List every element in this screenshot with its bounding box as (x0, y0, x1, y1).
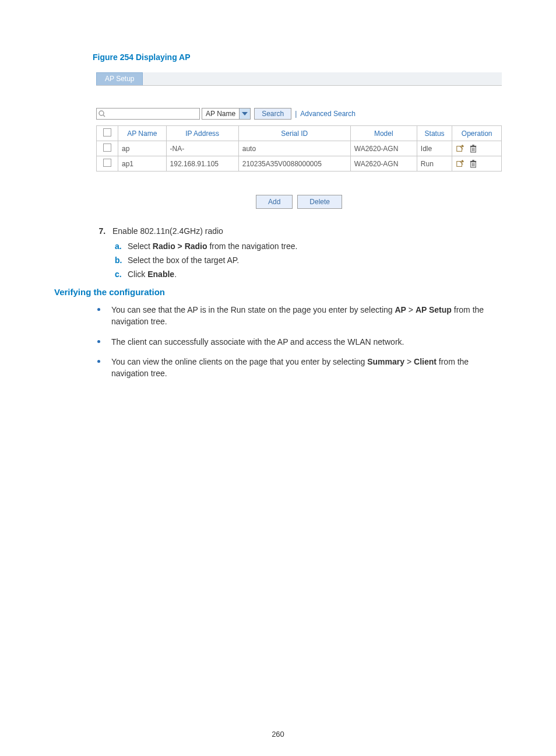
search-icon (98, 110, 106, 118)
edit-icon[interactable] (456, 145, 464, 153)
svg-rect-18 (472, 160, 474, 161)
svg-marker-2 (242, 112, 248, 116)
substep-a-pre: Select (128, 242, 153, 251)
svg-rect-11 (457, 162, 462, 167)
cell-model: WA2620-AGN (350, 156, 417, 172)
tab-ap-setup[interactable]: AP Setup (96, 72, 143, 85)
substep-b: b. Select the box of the target AP. (115, 256, 502, 265)
cell-ap-name: ap1 (118, 156, 167, 172)
bullet-3-b2: Client (414, 357, 437, 366)
col-ip[interactable]: IP Address (166, 126, 238, 141)
cell-serial: auto (238, 141, 350, 156)
bullet-3-b1: Summary (367, 357, 404, 366)
search-field-dropdown[interactable]: AP Name (202, 108, 251, 120)
cell-model: WA2620-AGN (350, 141, 417, 156)
verify-bullets: You can see that the AP is in the Run st… (54, 304, 502, 379)
cell-ip: -NA- (166, 141, 238, 156)
bullet-1-pre: You can see that the AP is in the Run st… (111, 305, 395, 314)
bullet-3-pre: You can view the online clients on the p… (111, 357, 367, 366)
substep-a: a. Select Radio > Radio from the navigat… (115, 242, 502, 251)
section-heading-verify: Verifying the configuration (54, 287, 502, 297)
page-number: 260 (0, 730, 556, 738)
separator: | (295, 110, 297, 118)
table-row: ap1 192.168.91.105 210235A35V0088000005 … (97, 156, 502, 172)
bullet-1-b2: AP Setup (416, 305, 452, 314)
substep-b-text: Select the box of the target AP. (128, 256, 239, 265)
bullet-1: You can see that the AP is in the Run st… (97, 304, 502, 328)
svg-point-0 (99, 111, 104, 116)
svg-rect-3 (457, 146, 462, 152)
add-button[interactable]: Add (256, 195, 293, 209)
step-7-title: Enable 802.11n(2.4GHz) radio (112, 226, 223, 236)
search-input[interactable] (96, 108, 200, 120)
cell-ap-name: ap (118, 141, 167, 156)
figure-caption: Figure 254 Displaying AP (93, 52, 502, 62)
row-checkbox[interactable] (103, 144, 111, 152)
col-operation[interactable]: Operation (452, 126, 502, 141)
chevron-down-icon (239, 108, 250, 119)
step-7-substeps: a. Select Radio > Radio from the navigat… (112, 242, 502, 279)
step-7: Enable 802.11n(2.4GHz) radio a. Select R… (108, 226, 502, 279)
trash-icon[interactable] (470, 145, 478, 153)
svg-rect-9 (470, 146, 476, 147)
search-row: AP Name Search | Advanced Search (96, 108, 502, 120)
bullet-1-b1: AP (395, 305, 406, 314)
trash-icon[interactable] (470, 160, 478, 168)
cell-operation (452, 141, 502, 156)
bullet-2: The client can successfully associate wi… (97, 336, 502, 348)
bullet-3-mid: > (404, 357, 414, 366)
substep-c-bold: Enable (147, 270, 174, 279)
delete-button[interactable]: Delete (297, 195, 342, 209)
ap-setup-panel: AP Setup AP Name Search | Advanced Searc… (96, 72, 502, 209)
step-list: Enable 802.11n(2.4GHz) radio a. Select R… (54, 226, 502, 279)
substep-a-bold: Radio > Radio (153, 242, 207, 251)
select-all-checkbox[interactable] (103, 128, 111, 136)
col-ap-name[interactable]: AP Name (118, 126, 167, 141)
cell-operation (452, 156, 502, 172)
edit-icon[interactable] (456, 160, 464, 168)
cell-serial: 210235A35V0088000005 (238, 156, 350, 172)
col-serial[interactable]: Serial ID (238, 126, 350, 141)
svg-line-1 (103, 115, 105, 117)
cell-status: Idle (417, 141, 452, 156)
substep-b-label: b. (115, 256, 128, 265)
bullet-1-mid: > (406, 305, 416, 314)
search-button[interactable]: Search (254, 108, 291, 120)
cell-status: Run (417, 156, 452, 172)
svg-rect-10 (472, 145, 474, 146)
substep-c-label: c. (115, 270, 128, 279)
substep-c-post: . (174, 270, 177, 279)
dropdown-value: AP Name (202, 110, 239, 118)
table-row: ap -NA- auto WA2620-AGN Idle (97, 141, 502, 156)
substep-a-post: from the navigation tree. (207, 242, 298, 251)
col-status[interactable]: Status (417, 126, 452, 141)
row-checkbox[interactable] (103, 159, 111, 167)
substep-c-pre: Click (128, 270, 147, 279)
tabs-row: AP Setup (96, 72, 502, 86)
col-model[interactable]: Model (350, 126, 417, 141)
substep-a-label: a. (115, 242, 128, 251)
cell-ip: 192.168.91.105 (166, 156, 238, 172)
action-buttons: Add Delete (96, 195, 502, 209)
advanced-search-link[interactable]: Advanced Search (300, 110, 356, 118)
svg-rect-17 (470, 161, 476, 162)
ap-table: AP Name IP Address Serial ID Model Statu… (96, 125, 502, 172)
substep-c: c. Click Enable. (115, 270, 502, 279)
bullet-3: You can view the online clients on the p… (97, 356, 502, 380)
